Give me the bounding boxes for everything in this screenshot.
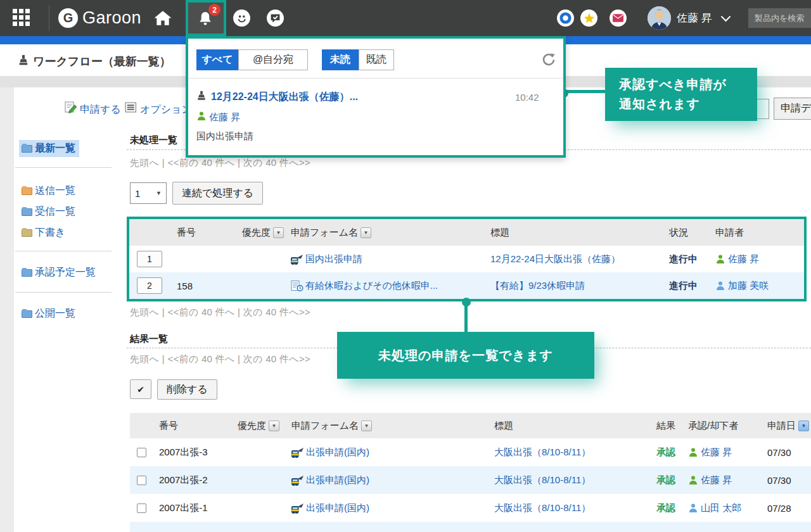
results-row: 2007出張-3 出張申請(国内) 大阪出張（8/10-8/11） 承認 佐藤 … <box>130 438 811 466</box>
batch-process-button[interactable]: 連続で処理する <box>172 182 263 205</box>
tab-all[interactable]: すべて <box>196 49 238 70</box>
user-icon <box>688 503 698 513</box>
select-all-check-button[interactable]: ✔ <box>130 379 151 399</box>
col-form: 申請フォーム名 <box>291 420 359 432</box>
request-data-search-button[interactable]: 申請デ <box>774 98 811 120</box>
folder-icon <box>22 310 32 318</box>
home-icon[interactable] <box>153 10 173 29</box>
results-pagination[interactable]: 先頭へ | <<前の 40 件へ | 次の 40 件へ>> <box>130 353 310 365</box>
sidebar-item-label: 公開一覧 <box>35 307 75 320</box>
approver-link[interactable]: 佐藤 昇 <box>701 446 732 459</box>
results-section-title: 結果一覧 <box>130 333 168 345</box>
form-link[interactable]: 出張申請(国内) <box>306 474 369 486</box>
cell-date: 07/30 <box>767 447 791 458</box>
col-form: 申請フォーム名 <box>291 227 358 239</box>
apply-icon <box>65 101 78 116</box>
reaction-smiley-icon[interactable] <box>233 10 250 27</box>
user-avatar[interactable] <box>648 6 671 30</box>
callout-approval-line2: 通知されます <box>619 94 757 114</box>
delete-button[interactable]: 削除する <box>157 379 217 400</box>
sidebar-item-label: 最新一覧 <box>35 142 75 155</box>
approver-link[interactable]: 山田 太郎 <box>701 502 741 514</box>
request-title-link[interactable]: 12月22-24日大阪出張（佐藤） <box>490 253 620 265</box>
mail-icon[interactable] <box>610 10 627 27</box>
travel-form-icon <box>291 503 304 514</box>
sort-form-button[interactable]: ▼ <box>361 227 371 238</box>
sidebar-divider <box>15 251 112 251</box>
applicant-link[interactable]: 加藤 美咲 <box>728 280 769 292</box>
tab-unread[interactable]: 未読 <box>322 49 359 70</box>
col-applicant: 申請者 <box>715 227 744 239</box>
row-checkbox[interactable] <box>137 476 146 485</box>
apply-link[interactable]: 申請する <box>80 103 121 117</box>
sort-priority-button[interactable]: ▼ <box>273 227 284 238</box>
tab-to-me[interactable]: @自分宛 <box>238 49 308 70</box>
row-checkbox[interactable] <box>137 504 146 513</box>
cell-number: 2007出張-1 <box>159 502 208 514</box>
left-gutter <box>0 87 14 532</box>
request-title-link[interactable]: 大阪出張（8/10-8/11） <box>494 446 591 459</box>
cell-number: 2007出張-2 <box>159 474 208 486</box>
options-link[interactable]: オプション <box>140 104 192 115</box>
sidebar-item-approval-planned[interactable]: 承認予定一覧 <box>19 264 99 281</box>
sidebar-divider <box>15 292 112 293</box>
notification-form-name: 国内出張申請 <box>196 130 253 142</box>
sidebar-item-drafts[interactable]: 下書き <box>19 224 69 241</box>
form-link[interactable]: 出張申請(国内) <box>306 502 369 514</box>
pending-table: 番号 優先度▼ 申請フォーム名▼ 標題 状況 申請者 1 国内出張申請 12月2… <box>127 217 807 301</box>
tab-read[interactable]: 既読 <box>359 49 394 70</box>
pending-pagination-bottom[interactable]: 先頭へ | <<前の 40 件へ | 次の 40 件へ>> <box>130 307 310 319</box>
sidebar-item-received[interactable]: 受信一覧 <box>19 203 79 220</box>
travel-form-icon <box>291 254 303 265</box>
process-row-button[interactable]: 2 <box>137 277 162 294</box>
sidebar-item-latest[interactable]: 最新一覧 <box>19 140 79 157</box>
col-approver: 承認/却下者 <box>688 420 738 432</box>
sidebar-item-sent[interactable]: 送信一覧 <box>19 182 79 200</box>
sidebar-item-label: 下書き <box>35 226 65 239</box>
folder-icon <box>22 208 32 216</box>
chat-check-icon[interactable] <box>267 10 284 27</box>
notification-bell-button[interactable]: 2 <box>186 0 226 36</box>
top-bar: G Garoon 2 <box>0 0 811 36</box>
pending-pagination[interactable]: 先頭へ | <<前の 40 件へ | 次の 40 件へ>> <box>130 157 310 169</box>
status-badge: 進行中 <box>669 280 698 292</box>
status-badge: 進行中 <box>669 253 698 265</box>
sidebar-item-public[interactable]: 公開一覧 <box>19 305 79 322</box>
approver-link[interactable]: 佐藤 昇 <box>701 474 732 486</box>
notification-user-link[interactable]: 佐藤 昇 <box>209 111 240 124</box>
batch-count-select[interactable]: 1 ▼ <box>130 182 167 204</box>
user-menu-chevron-icon[interactable] <box>722 13 729 20</box>
request-title-link[interactable]: 【有給】9/23休暇申請 <box>490 280 585 292</box>
topbar-divider <box>49 5 49 31</box>
user-name[interactable]: 佐藤 昇 <box>677 11 712 25</box>
product-search-input[interactable] <box>748 8 811 28</box>
user-icon <box>688 475 698 485</box>
form-link[interactable]: 有給休暇およびその他休暇申... <box>305 280 438 292</box>
request-title-link[interactable]: 大阪出張（8/10-8/11） <box>494 502 591 514</box>
sort-priority-button[interactable]: ▼ <box>269 421 279 431</box>
workflow-stamp-icon <box>18 54 29 68</box>
results-table: 番号 優先度▼ 申請フォーム名▼ 標題 結果 承認/却下者 申請日▼ 2007出… <box>130 413 811 532</box>
request-title-link[interactable]: 大阪出張（8/10-8/11） <box>494 474 591 486</box>
sort-form-button[interactable]: ▼ <box>361 421 372 431</box>
form-link[interactable]: 国内出張申請 <box>305 253 362 265</box>
travel-form-icon <box>291 475 304 486</box>
user-icon <box>688 447 698 457</box>
batch-count-value: 1 <box>135 188 140 199</box>
row-checkbox[interactable] <box>137 448 146 457</box>
callout-pending: 未処理の申請を一覧できます <box>337 332 594 379</box>
app-launcher-icon[interactable] <box>13 9 32 28</box>
star-app-icon[interactable] <box>580 10 597 27</box>
col-priority: 優先度 <box>242 227 271 239</box>
cybozu-circle-icon[interactable] <box>557 10 574 27</box>
notification-item-title[interactable]: 12月22-24日大阪出張（佐藤）... <box>211 91 358 104</box>
process-row-button[interactable]: 1 <box>137 251 162 267</box>
col-priority: 優先度 <box>238 420 266 432</box>
refresh-icon[interactable] <box>542 53 556 69</box>
folder-icon <box>22 229 32 237</box>
sort-date-button[interactable]: ▼ <box>798 421 809 431</box>
applicant-link[interactable]: 佐藤 昇 <box>728 253 759 265</box>
notification-count-badge: 2 <box>208 4 220 16</box>
callout-approval: 承認すべき申請が 通知されます <box>605 68 757 121</box>
form-link[interactable]: 出張申請(国内) <box>306 446 369 459</box>
